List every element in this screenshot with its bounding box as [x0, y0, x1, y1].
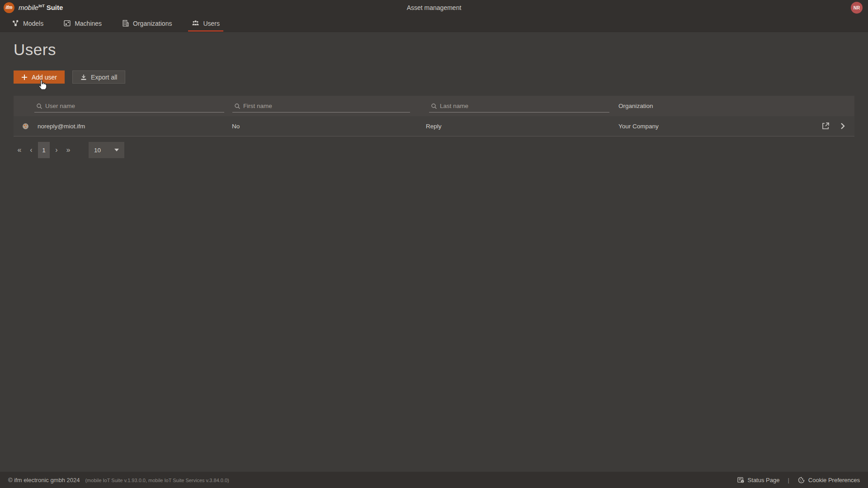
last-name-search-input[interactable]	[440, 103, 608, 109]
organization-cell: Your Company	[618, 116, 659, 136]
tab-users-label: Users	[203, 20, 220, 27]
search-icon	[234, 103, 241, 109]
tab-models-label: Models	[23, 20, 43, 27]
user-avatar[interactable]: NR	[851, 2, 863, 14]
status-page-icon	[737, 476, 745, 484]
page-number-button[interactable]: 1	[38, 142, 50, 158]
user-name-search-field[interactable]	[34, 100, 224, 113]
action-buttons: Add user Export all	[14, 70, 125, 84]
first-name-search-input[interactable]	[243, 103, 408, 109]
models-icon	[12, 19, 19, 27]
last-name-cell: Reply	[426, 116, 442, 136]
row-chevron-right-icon[interactable]	[838, 122, 847, 131]
organizations-icon	[122, 19, 129, 27]
user-status-dot	[23, 123, 28, 129]
first-name-cell: No	[232, 116, 240, 136]
status-page-link[interactable]: Status Page	[737, 476, 780, 484]
page-size-value: 10	[94, 147, 101, 154]
next-page-button[interactable]: ›	[51, 146, 62, 154]
cookie-preferences-label: Cookie Preferences	[808, 477, 860, 483]
brand-text: mobileIoTSuite	[19, 4, 63, 11]
last-page-button[interactable]: »	[62, 146, 74, 154]
users-icon	[192, 19, 199, 27]
users-table: Organization noreply@miot.ifm No Reply Y…	[14, 96, 854, 136]
nav-bar: Models Machines Organizations Users	[0, 15, 868, 32]
status-page-label: Status Page	[748, 477, 780, 483]
brand-iot-sup: IoT	[38, 4, 45, 8]
user-name-search-input[interactable]	[45, 103, 222, 109]
version-text: (mobile IoT Suite v.1.93.0.0, mobile IoT…	[85, 478, 229, 483]
cookie-icon	[797, 476, 805, 484]
export-all-label: Export all	[91, 74, 117, 81]
search-icon	[36, 103, 42, 109]
brand: ifm mobileIoTSuite	[0, 2, 63, 13]
add-user-button[interactable]: Add user	[14, 70, 65, 84]
download-icon	[80, 74, 87, 80]
footer-separator: |	[788, 477, 789, 483]
export-all-button[interactable]: Export all	[72, 70, 125, 84]
app-title: Asset management	[407, 4, 462, 11]
footer: © ifm electronic gmbh 2024 (mobile IoT S…	[0, 472, 868, 488]
previous-page-button[interactable]: ‹	[25, 146, 37, 154]
footer-left: © ifm electronic gmbh 2024 (mobile IoT S…	[8, 477, 229, 483]
first-name-search-field[interactable]	[232, 100, 410, 113]
tab-organizations[interactable]: Organizations	[119, 15, 175, 32]
cookie-preferences-link[interactable]: Cookie Preferences	[797, 476, 860, 484]
tab-machines-label: Machines	[75, 20, 102, 27]
tab-machines[interactable]: Machines	[61, 15, 104, 32]
search-icon	[431, 103, 437, 109]
table-header: Organization	[14, 96, 854, 116]
top-bar: ifm mobileIoTSuite Asset management NR	[0, 0, 868, 15]
machines-icon	[63, 19, 71, 27]
brand-mobile: mobile	[19, 4, 38, 11]
page-title: Users	[14, 41, 56, 59]
brand-suite: Suite	[47, 4, 63, 11]
open-external-icon[interactable]	[821, 122, 830, 131]
organization-column-header: Organization	[618, 96, 653, 116]
add-user-label: Add user	[32, 74, 57, 81]
tab-users[interactable]: Users	[189, 15, 222, 32]
table-row[interactable]: noreply@miot.ifm No Reply Your Company	[14, 116, 854, 136]
tab-organizations-label: Organizations	[133, 20, 172, 27]
first-page-button[interactable]: «	[14, 146, 25, 154]
tab-models[interactable]: Models	[9, 15, 46, 32]
last-name-search-field[interactable]	[429, 100, 609, 113]
copyright-text: © ifm electronic gmbh 2024	[8, 477, 80, 483]
main-content: Users Add user Export all	[0, 33, 868, 472]
page-size-select[interactable]: 10	[89, 142, 124, 158]
user-name-cell: noreply@miot.ifm	[38, 116, 85, 136]
chevron-down-icon	[114, 149, 119, 151]
pagination: « ‹ 1 › » 10	[14, 142, 124, 158]
footer-right: Status Page | Cookie Preferences	[737, 476, 860, 484]
ifm-logo-icon: ifm	[4, 2, 14, 13]
plus-icon	[21, 74, 28, 80]
